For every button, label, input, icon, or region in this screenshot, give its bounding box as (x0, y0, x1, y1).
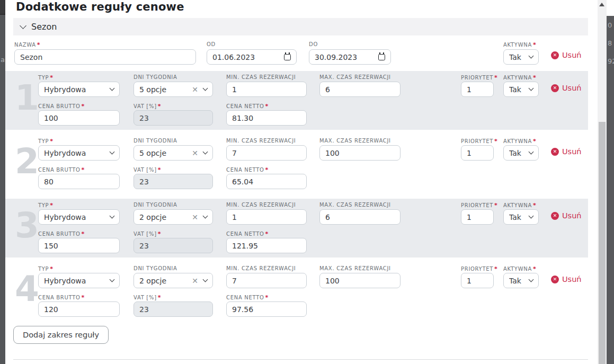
required-asterisk: * (82, 230, 85, 237)
rule-row: 3 TYP* Hybrydowa DNI TYGODNIA 2 opcje✕ M… (5, 199, 588, 258)
max-czas-input[interactable] (319, 209, 401, 225)
clear-x-icon[interactable]: ✕ (192, 149, 198, 157)
required-asterisk: * (265, 294, 269, 301)
dni-tygodnia-multiselect[interactable]: 2 opcje✕ (134, 209, 213, 225)
vat-label: VAT [%]* (134, 166, 213, 173)
scrollbar-thumb[interactable] (599, 122, 606, 364)
season-accordion-label: Sezon (31, 22, 57, 32)
cena-brutto-input[interactable] (38, 110, 120, 126)
chevron-down-icon (529, 149, 534, 155)
aktywna-select[interactable]: Tak (503, 82, 539, 97)
aktywna-select[interactable]: Tak (503, 273, 539, 288)
clear-x-icon[interactable]: ✕ (192, 213, 198, 221)
required-asterisk: * (265, 166, 269, 173)
clear-x-icon[interactable]: ✕ (192, 277, 198, 285)
do-label: DO (309, 41, 318, 47)
chevron-down-icon (529, 214, 534, 219)
min-czas-input[interactable] (226, 273, 307, 288)
typ-label: TYP* (38, 202, 120, 209)
cena-brutto-input[interactable] (38, 238, 120, 253)
remove-season-button[interactable]: ✕ Usuń (551, 51, 582, 59)
vat-input (134, 238, 213, 253)
priorytet-input[interactable] (461, 145, 494, 161)
season-accordion-header[interactable]: Sezon (13, 18, 588, 35)
chevron-down-icon (110, 277, 115, 282)
min-czas-input[interactable] (226, 209, 307, 225)
dni-tygodnia-label: DNI TYGODNIA (134, 138, 213, 144)
max-czas-label: MAX. CZAS REZERWACJI (319, 265, 401, 271)
page-title: Dodatkowe reguły cenowe (16, 1, 184, 13)
aktywna-select[interactable]: Tak (503, 49, 539, 65)
chevron-down-icon (203, 86, 208, 91)
dni-tygodnia-multiselect[interactable]: 2 opcje✕ (134, 273, 213, 288)
remove-rule-button[interactable]: ✕Usuń (551, 211, 582, 220)
add-rule-range-button[interactable]: Dodaj zakres reguły (13, 326, 109, 344)
background-page-left-sliver: a (0, 0, 5, 364)
calendar-icon[interactable] (284, 54, 291, 60)
clear-x-icon[interactable]: ✕ (192, 85, 198, 94)
remove-rule-button[interactable]: ✕Usuń (551, 147, 582, 156)
required-asterisk: * (158, 166, 161, 173)
cena-brutto-input[interactable] (38, 301, 120, 317)
required-asterisk: * (533, 41, 536, 48)
cena-brutto-label: CENA BRUTTO* (38, 103, 120, 110)
required-asterisk: * (158, 103, 161, 110)
chevron-down-icon (20, 22, 26, 29)
required-asterisk: * (82, 103, 85, 110)
max-czas-input[interactable] (319, 82, 401, 97)
remove-circle-x-icon: ✕ (551, 276, 559, 283)
rule-row: 2 TYP* Hybrydowa DNI TYGODNIA 5 opcje✕ M… (5, 135, 588, 193)
od-date-input[interactable]: 01.06.2023 (207, 49, 297, 65)
scrollbar[interactable] (598, 0, 607, 364)
od-date-value: 01.06.2023 (212, 53, 284, 61)
min-czas-label: MIN. CZAS REZERWACJI (226, 265, 307, 271)
typ-select[interactable]: Hybrydowa (38, 273, 120, 288)
aktywna-label: AKTYWNA* (503, 138, 539, 145)
min-czas-label: MIN. CZAS REZERWACJI (226, 202, 307, 208)
nazwa-input[interactable] (14, 49, 196, 65)
dni-tygodnia-multiselect[interactable]: 5 opcje✕ (134, 82, 213, 97)
required-asterisk: * (265, 103, 269, 110)
typ-label: TYP* (38, 138, 120, 145)
calendar-icon[interactable] (378, 54, 385, 60)
max-czas-input[interactable] (319, 145, 401, 161)
dni-tygodnia-multiselect[interactable]: 5 opcje✕ (134, 145, 213, 161)
priorytet-input[interactable] (461, 273, 494, 288)
required-asterisk: * (265, 230, 269, 237)
cena-netto-input[interactable] (226, 110, 307, 126)
min-czas-input[interactable] (226, 82, 307, 97)
nazwa-label: NAZWA* (14, 41, 40, 48)
background-right-text-fragment: 92 (608, 57, 614, 65)
cena-brutto-input[interactable] (38, 174, 120, 189)
max-czas-input[interactable] (319, 273, 401, 288)
typ-select[interactable]: Hybrydowa (38, 82, 120, 97)
typ-select[interactable]: Hybrydowa (38, 145, 120, 161)
required-asterisk: * (158, 230, 161, 237)
aktywna-label: AKTYWNA* (503, 74, 539, 81)
priorytet-input[interactable] (461, 82, 494, 97)
vat-label: VAT [%]* (134, 103, 213, 110)
rule-row-number: 2 (15, 141, 39, 182)
aktywna-select[interactable]: Tak (503, 145, 539, 161)
min-czas-input[interactable] (226, 145, 307, 161)
chevron-down-icon (203, 149, 208, 155)
aktywna-select[interactable]: Tak (503, 209, 539, 225)
rule-row: 1 TYP* Hybrydowa DNI TYGODNIA 5 opcje✕ M… (5, 71, 588, 130)
remove-rule-button[interactable]: ✕Usuń (551, 84, 582, 92)
min-czas-label: MIN. CZAS REZERWACJI (226, 138, 307, 144)
cena-brutto-label: CENA BRUTTO* (38, 166, 120, 173)
scrollbar-up-arrow-icon[interactable] (599, 3, 604, 6)
typ-label: TYP* (38, 265, 120, 272)
remove-rule-button[interactable]: ✕Usuń (551, 275, 582, 283)
required-asterisk: * (494, 138, 497, 145)
cena-netto-input[interactable] (226, 238, 307, 253)
cena-netto-label: CENA NETTO* (226, 103, 307, 110)
typ-select[interactable]: Hybrydowa (38, 209, 120, 225)
cena-netto-input[interactable] (226, 301, 307, 317)
background-page-right-sliver: 0 8 92 (607, 0, 614, 364)
required-asterisk: * (50, 138, 53, 145)
cena-netto-input[interactable] (226, 174, 307, 189)
aktywna-label: AKTYWNA* (503, 41, 536, 48)
priorytet-input[interactable] (461, 209, 494, 225)
do-date-input[interactable]: 30.09.2023 (309, 49, 391, 65)
